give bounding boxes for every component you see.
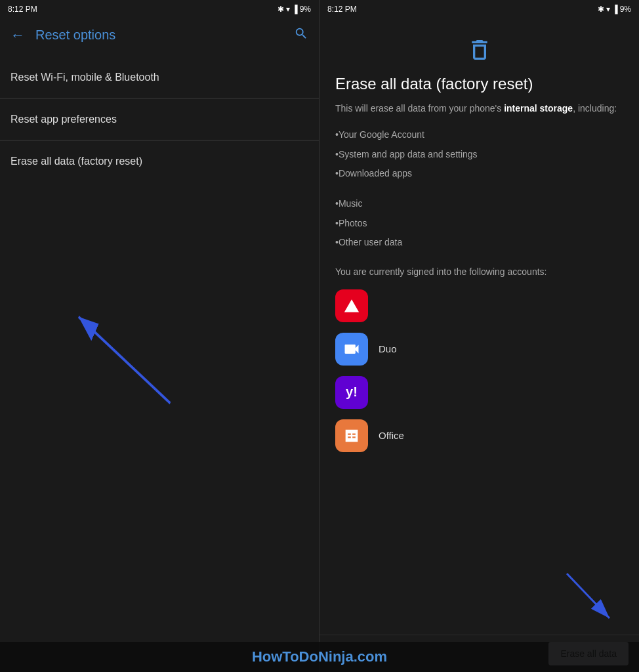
desc-before: This will erase all data from your phone… [335, 103, 504, 114]
desc-bold: internal storage [504, 103, 573, 114]
right-wifi-icon: ▾ [606, 5, 610, 14]
left-status-icons: ✱ ▾ ▐ 9% [278, 5, 311, 14]
duo-app-icon [335, 333, 368, 366]
factory-reset-description: This will erase all data from your phone… [335, 102, 623, 116]
factory-reset-title: Erase all data (factory reset) [335, 74, 623, 94]
menu-item-app-preferences[interactable]: Reset app preferences [0, 99, 319, 140]
battery-level: 9% [300, 5, 311, 14]
adobe-app-icon [335, 289, 368, 322]
office-app-icon [335, 419, 368, 452]
desc-after: , including: [573, 103, 617, 114]
right-panel: 8:12 PM ✱ ▾ ▐ 9% Erase all data (factory… [320, 0, 639, 672]
signal-icon: ▐ [292, 5, 298, 14]
account-item-office: Office [335, 419, 623, 452]
back-button[interactable]: ← [10, 27, 25, 44]
account-item-yahoo: y! [335, 376, 623, 409]
data-item-apps: •Downloaded apps [335, 167, 623, 180]
left-time: 8:12 PM [8, 5, 37, 14]
right-bluetooth-icon: ✱ [598, 5, 604, 14]
yahoo-app-icon: y! [335, 376, 368, 409]
menu-list: Reset Wi-Fi, mobile & Bluetooth Reset ap… [0, 52, 319, 672]
menu-item-factory-reset[interactable]: Erase all data (factory reset) [0, 141, 319, 182]
data-item-music: •Music [335, 198, 623, 211]
office-label: Office [379, 430, 404, 441]
right-status-bar: 8:12 PM ✱ ▾ ▐ 9% [320, 0, 639, 18]
right-time: 8:12 PM [327, 5, 357, 14]
watermark: HowToDoNinja.com [0, 642, 639, 672]
page-title: Reset options [35, 28, 283, 43]
trash-icon-container [335, 37, 623, 63]
account-item-adobe [335, 289, 623, 322]
account-item-duo: Duo [335, 333, 623, 366]
accounts-text: You are currently signed into the follow… [335, 265, 623, 279]
svg-marker-2 [344, 299, 359, 312]
right-content: Erase all data (factory reset) This will… [320, 18, 639, 635]
data-item-google: •Your Google Account [335, 129, 623, 142]
trash-icon [466, 37, 493, 63]
right-signal-icon: ▐ [612, 5, 618, 14]
right-battery-level: 9% [620, 5, 631, 14]
search-button[interactable] [294, 26, 308, 44]
menu-item-wifi[interactable]: Reset Wi-Fi, mobile & Bluetooth [0, 57, 319, 98]
data-item-photos: •Photos [335, 217, 623, 230]
wifi-icon: ▾ [286, 5, 290, 14]
toolbar: ← Reset options [0, 18, 319, 52]
right-status-icons: ✱ ▾ ▐ 9% [598, 5, 631, 14]
left-panel: 8:12 PM ✱ ▾ ▐ 9% ← Reset options Reset W… [0, 0, 320, 672]
bluetooth-icon: ✱ [278, 5, 284, 14]
duo-label: Duo [379, 343, 397, 354]
data-item-other: •Other user data [335, 236, 623, 249]
data-item-system: •System and app data and settings [335, 148, 623, 161]
left-status-bar: 8:12 PM ✱ ▾ ▐ 9% [0, 0, 319, 18]
